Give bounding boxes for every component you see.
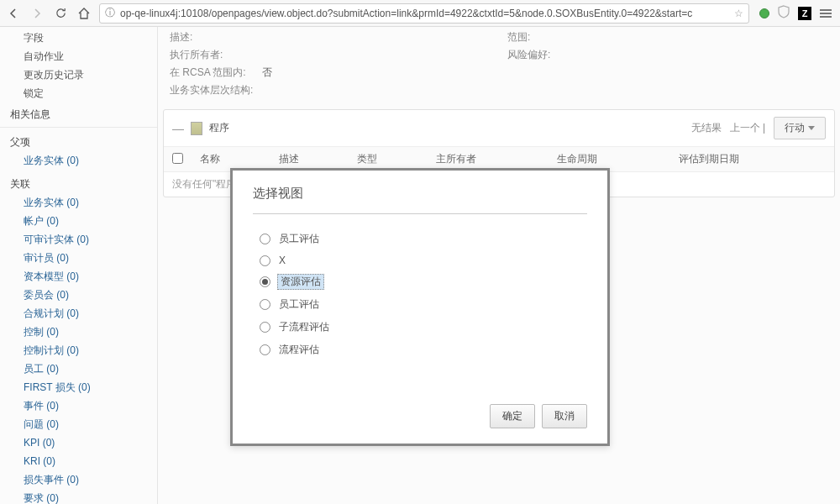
radio-icon	[260, 299, 270, 310]
radio-label: 子流程评估	[277, 319, 331, 335]
radio-option[interactable]: 资源评估	[260, 274, 587, 290]
radio-option[interactable]: 子流程评估	[260, 319, 587, 335]
ok-button[interactable]: 确定	[490, 404, 535, 428]
radio-option[interactable]: 员工评估	[260, 231, 587, 247]
radio-label: 员工评估	[277, 231, 321, 247]
radio-group: 员工评估X资源评估员工评估子流程评估流程评估	[253, 231, 587, 358]
select-view-dialog: 选择视图 员工评估X资源评估员工评估子流程评估流程评估 确定 取消	[230, 168, 610, 446]
modal-title: 选择视图	[253, 186, 587, 214]
modal-overlay: 选择视图 员工评估X资源评估员工评估子流程评估流程评估 确定 取消	[0, 0, 840, 504]
radio-icon	[260, 322, 270, 333]
radio-icon	[260, 255, 270, 266]
radio-icon	[260, 234, 270, 244]
radio-label: 流程评估	[277, 342, 321, 358]
radio-label: 资源评估	[277, 274, 324, 290]
radio-icon	[260, 344, 270, 355]
cancel-button[interactable]: 取消	[542, 404, 587, 428]
radio-label: X	[277, 254, 287, 267]
radio-option[interactable]: X	[260, 254, 587, 267]
radio-option[interactable]: 流程评估	[260, 342, 587, 358]
radio-icon	[260, 276, 270, 287]
radio-option[interactable]: 员工评估	[260, 297, 587, 312]
radio-label: 员工评估	[277, 297, 321, 312]
